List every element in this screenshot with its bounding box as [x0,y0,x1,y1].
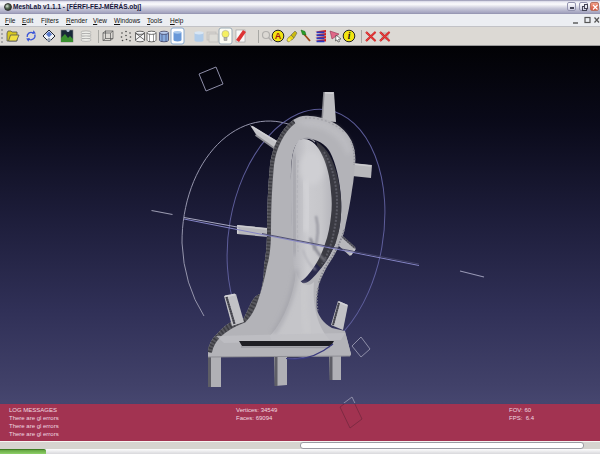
svg-text:A: A [275,31,282,41]
svg-text:i: i [348,31,351,41]
